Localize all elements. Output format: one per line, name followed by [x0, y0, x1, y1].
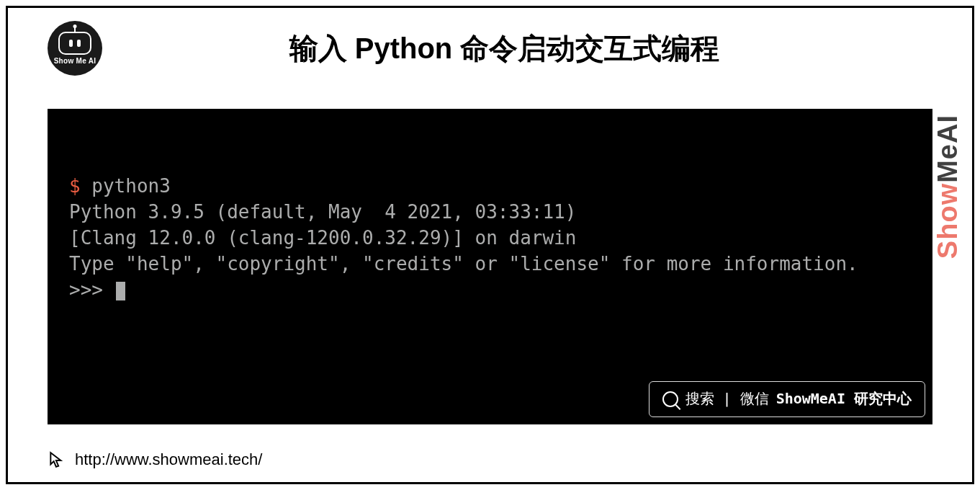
- search-badge: 搜索 | 微信 ShowMeAI 研究中心: [649, 381, 926, 417]
- terminal-output-line: Python 3.9.5 (default, May 4 2021, 03:33…: [69, 200, 911, 226]
- cursor-block: [116, 282, 125, 300]
- arrow-cursor-icon: [48, 450, 66, 469]
- header: Show Me AI 输入 Python 命令启动交互式编程: [8, 8, 972, 83]
- slide-frame: Show Me AI 输入 Python 命令启动交互式编程 $ python3…: [6, 6, 974, 484]
- footer: http://www.showmeai.tech/: [48, 450, 262, 469]
- watermark-vertical: ShowMeAI: [932, 115, 963, 259]
- command-text: python3: [91, 175, 171, 197]
- robot-icon: [58, 32, 91, 55]
- terminal-output-line: Type "help", "copyright", "credits" or "…: [69, 251, 911, 277]
- search-label: 搜索 | 微信: [685, 389, 769, 409]
- terminal-repl-prompt: >>>: [69, 277, 911, 303]
- terminal-window: $ python3 Python 3.9.5 (default, May 4 2…: [48, 109, 932, 424]
- terminal-command-line: $ python3: [69, 174, 911, 200]
- page-title: 输入 Python 命令启动交互式编程: [131, 29, 878, 68]
- logo: Show Me AI: [48, 21, 102, 76]
- footer-url: http://www.showmeai.tech/: [75, 450, 262, 469]
- terminal-output-line: [Clang 12.0.0 (clang-1200.0.32.29)] on d…: [69, 226, 911, 251]
- logo-text: Show Me AI: [54, 57, 96, 65]
- prompt-symbol: $: [69, 175, 81, 197]
- search-brand: ShowMeAI 研究中心: [776, 389, 912, 409]
- search-icon: [662, 391, 678, 407]
